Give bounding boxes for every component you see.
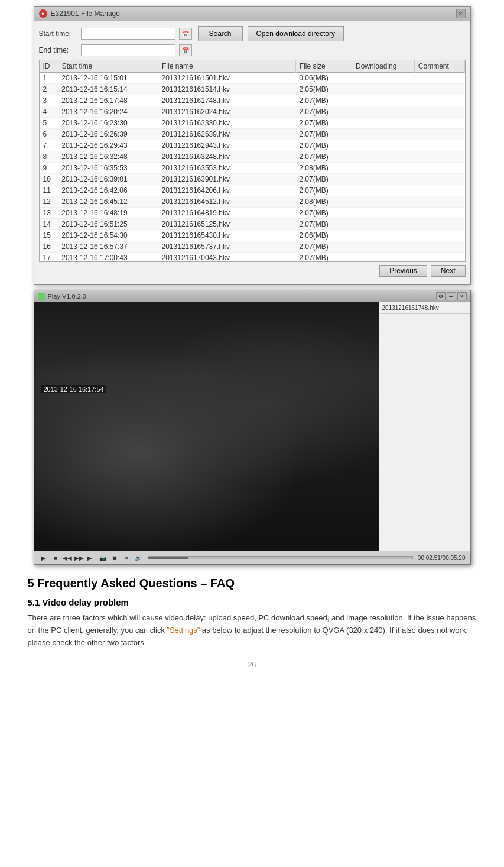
cell-name: 20131216161501.hkv (158, 73, 296, 84)
cell-start: 2013-12-16 16:23:30 (58, 118, 158, 129)
record-icon[interactable]: ⏺ (110, 554, 119, 562)
col-header-size: File size (295, 60, 352, 73)
end-time-input[interactable] (81, 44, 175, 56)
table-row[interactable]: 132013-12-16 16:48:1920131216164819.hkv2… (40, 208, 465, 219)
cell-id: 11 (40, 185, 58, 196)
start-time-calendar-icon[interactable]: 📅 (179, 28, 192, 40)
stop-icon[interactable]: ■ (51, 554, 60, 562)
table-row[interactable]: 22013-12-16 16:15:1420131216161514.hkv2.… (40, 84, 465, 95)
end-time-row: End time: 📅 (39, 44, 466, 56)
cell-name: 20131216162024.hkv (158, 106, 296, 118)
player-title-left: Play V1.0.2.0 (38, 293, 86, 300)
table-row[interactable]: 162013-12-16 16:57:3720131216165737.hkv2… (40, 241, 465, 253)
player-dialog: Play V1.0.2.0 ⚙ ─ × 2013-12-16 16:17:54 … (34, 290, 471, 565)
cell-downloading (352, 196, 415, 208)
cell-start: 2013-12-16 16:29:43 (58, 140, 158, 151)
cell-downloading (352, 208, 415, 219)
cell-id: 10 (40, 174, 58, 185)
table-row[interactable]: 12013-12-16 16:15:0120131216161501.hkv0.… (40, 73, 465, 84)
table-header-row: ID Start time File name File size Downlo… (40, 60, 465, 73)
table-row[interactable]: 32013-12-16 16:17:4820131216161748.hkv2.… (40, 95, 465, 106)
cell-id: 16 (40, 241, 58, 253)
table-row[interactable]: 122013-12-16 16:45:1220131216164512.hkv2… (40, 196, 465, 208)
cell-start: 2013-12-16 16:17:48 (58, 95, 158, 106)
dialog-title-left: ● E321901 File Manage (39, 9, 120, 18)
table-row[interactable]: 152013-12-16 16:54:3020131216165430.hkv2… (40, 230, 465, 241)
col-header-downloading: Downloading (352, 60, 415, 73)
cell-comment (414, 140, 464, 151)
start-time-label: Start time: (39, 30, 77, 38)
cell-name: 20131216164819.hkv (158, 208, 296, 219)
close-button[interactable]: × (456, 9, 466, 18)
faq-subsection-title: 5.1 Video delay problem (28, 597, 477, 607)
cell-name: 20131216170043.hkv (158, 253, 296, 262)
screenshot-icon[interactable]: 📷 (98, 554, 108, 562)
cell-comment (414, 163, 464, 174)
cell-comment (414, 106, 464, 118)
cell-start: 2013-12-16 16:54:30 (58, 230, 158, 241)
table-row[interactable]: 82013-12-16 16:32:4820131216163248.hkv2.… (40, 151, 465, 163)
table-scroll-area[interactable]: ID Start time File name File size Downlo… (40, 60, 465, 261)
table-row[interactable]: 112013-12-16 16:42:0620131216164206.hkv2… (40, 185, 465, 196)
cell-size: 0.06(MB) (295, 73, 352, 84)
cell-comment (414, 118, 464, 129)
start-time-input[interactable] (81, 28, 175, 40)
table-row[interactable]: 62013-12-16 16:26:3920131216162639.hkv2.… (40, 129, 465, 140)
cell-downloading (352, 73, 415, 84)
cell-name: 20131216161748.hkv (158, 95, 296, 106)
cell-comment (414, 95, 464, 106)
cell-name: 20131216165125.hkv (158, 219, 296, 230)
cell-downloading (352, 174, 415, 185)
play-pause-icon[interactable]: ▶ (39, 554, 48, 562)
cell-size: 2.07(MB) (295, 106, 352, 118)
cell-id: 15 (40, 230, 58, 241)
open-directory-button[interactable]: Open download directory (248, 26, 344, 41)
player-controls-bar: ▶ ■ ◀◀ ▶▶ ▶| 📷 ⏺ ✕ 🔊 00:02:51/00:05:20 (34, 551, 470, 564)
video-area: 2013-12-16 16:17:54 (34, 302, 379, 551)
player-icon (38, 293, 45, 300)
table-row[interactable]: 172013-12-16 17:00:4320131216170043.hkv2… (40, 253, 465, 262)
cell-downloading (352, 140, 415, 151)
delete-icon[interactable]: ✕ (122, 554, 131, 562)
table-row[interactable]: 92013-12-16 16:35:5320131216163553.hkv2.… (40, 163, 465, 174)
next-button[interactable]: Next (431, 265, 466, 277)
player-settings-icon[interactable]: ⚙ (436, 292, 446, 300)
table-row[interactable]: 102013-12-16 16:39:0120131216163901.hkv2… (40, 174, 465, 185)
search-button[interactable]: Search (198, 26, 243, 41)
table-row[interactable]: 72013-12-16 16:29:4320131216162943.hkv2.… (40, 140, 465, 151)
cell-comment (414, 219, 464, 230)
col-header-name: File name (158, 60, 296, 73)
cell-comment (414, 174, 464, 185)
cell-comment (414, 151, 464, 163)
step-forward-icon[interactable]: ▶| (86, 554, 96, 562)
cell-comment (414, 208, 464, 219)
cell-id: 17 (40, 253, 58, 262)
player-minimize-button[interactable]: ─ (447, 292, 456, 300)
cell-start: 2013-12-16 16:20:24 (58, 106, 158, 118)
previous-button[interactable]: Previous (379, 265, 427, 277)
cell-size: 2.07(MB) (295, 219, 352, 230)
file-manager-dialog: ● E321901 File Manage × Start time: 📅 Se… (34, 6, 471, 285)
table-row[interactable]: 142013-12-16 16:51:2520131216165125.hkv2… (40, 219, 465, 230)
fast-forward-icon[interactable]: ▶▶ (74, 554, 84, 562)
end-time-calendar-icon[interactable]: 📅 (179, 44, 192, 56)
cell-name: 20131216162639.hkv (158, 129, 296, 140)
cell-name: 20131216163248.hkv (158, 151, 296, 163)
sidebar-filename: 20131216161748.hkv (379, 302, 470, 314)
cell-start: 2013-12-16 16:15:14 (58, 84, 158, 95)
cell-start: 2013-12-16 17:00:43 (58, 253, 158, 262)
player-close-button[interactable]: × (457, 292, 467, 300)
table-row[interactable]: 52013-12-16 16:23:3020131216162330.hkv2.… (40, 118, 465, 129)
rewind-icon[interactable]: ◀◀ (63, 554, 72, 562)
cell-size: 2.08(MB) (295, 163, 352, 174)
sound-icon[interactable]: 🔊 (134, 554, 143, 562)
cell-start: 2013-12-16 16:48:19 (58, 208, 158, 219)
cell-downloading (352, 185, 415, 196)
table-row[interactable]: 42013-12-16 16:20:2420131216162024.hkv2.… (40, 106, 465, 118)
dialog-body: Start time: 📅 Search Open download direc… (34, 21, 470, 284)
settings-link[interactable]: “Settings” (167, 626, 200, 635)
cell-name: 20131216162330.hkv (158, 118, 296, 129)
cell-id: 2 (40, 84, 58, 95)
progress-bar[interactable] (148, 556, 413, 559)
player-window-controls: ⚙ ─ × (436, 292, 467, 300)
